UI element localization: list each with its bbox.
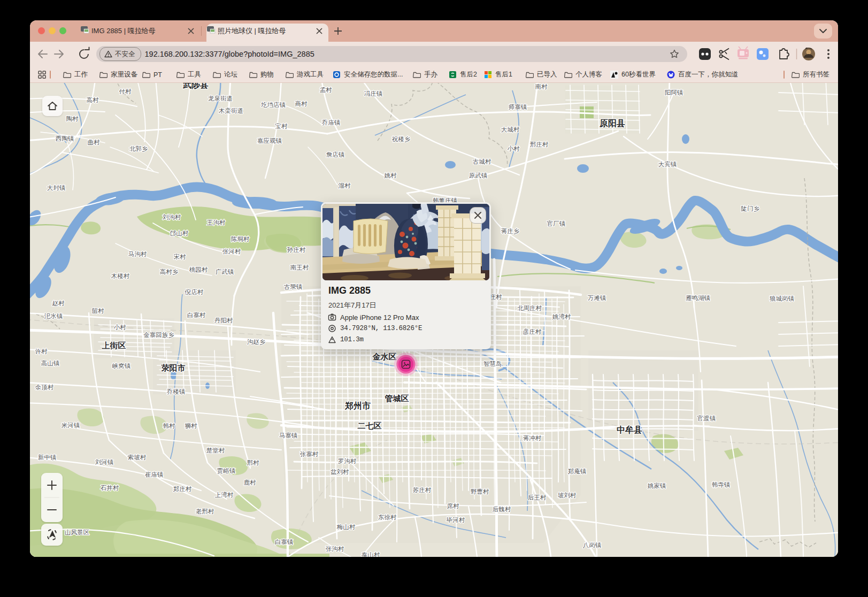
svg-text:桃园村: 桃园村 [189, 266, 208, 273]
svg-text:泰山村: 泰山村 [362, 552, 380, 557]
svg-text:彦庄村: 彦庄村 [523, 328, 542, 335]
svg-text:付村: 付村 [119, 88, 132, 95]
svg-text:罗沟村: 罗沟村 [338, 458, 357, 464]
svg-text:楚堂村: 楚堂村 [206, 447, 225, 454]
svg-text:陡门乡: 陡门乡 [741, 205, 760, 212]
svg-text:孟村: 孟村 [320, 87, 333, 93]
svg-text:盆刘村: 盆刘村 [331, 469, 349, 475]
svg-text:高村乡: 高村乡 [160, 269, 179, 275]
svg-text:坡刘村: 坡刘村 [558, 492, 577, 499]
svg-text:姚家镇: 姚家镇 [648, 483, 666, 489]
svg-text:嘉应观镇: 嘉应观镇 [257, 137, 282, 144]
svg-text:陶村: 陶村 [66, 116, 79, 122]
svg-text:高山镇: 高山镇 [41, 360, 60, 366]
svg-text:狼城岗镇: 狼城岗镇 [770, 295, 795, 302]
svg-text:汜水镇: 汜水镇 [44, 313, 63, 319]
svg-text:八岗镇: 八岗镇 [583, 542, 602, 548]
svg-text:武陟县: 武陟县 [182, 83, 209, 89]
svg-text:后王村: 后王村 [528, 494, 547, 501]
svg-text:上街区: 上街区 [102, 341, 126, 350]
svg-text:刘河镇: 刘河镇 [95, 459, 114, 465]
svg-text:管城区: 管城区 [385, 394, 409, 403]
svg-text:姚村: 姚村 [385, 172, 397, 179]
svg-text:金水区: 金水区 [372, 352, 397, 361]
svg-text:梅山村: 梅山村 [336, 524, 356, 530]
svg-text:高村: 高村 [87, 97, 99, 103]
svg-text:冯庄镇: 冯庄镇 [364, 90, 383, 97]
svg-text:乔庙镇: 乔庙镇 [322, 119, 341, 126]
svg-text:马寨镇: 马寨镇 [279, 432, 298, 439]
svg-text:圪垱店镇: 圪垱店镇 [261, 102, 286, 108]
svg-text:席村: 席村 [447, 503, 460, 509]
svg-text:狮村: 狮村 [185, 423, 198, 429]
svg-text:张寨村: 张寨村 [300, 451, 319, 457]
svg-text:丹阳村: 丹阳村 [214, 317, 233, 324]
svg-text:宋村: 宋村 [174, 254, 187, 260]
svg-text:索坡村: 索坡村 [128, 454, 147, 461]
svg-text:雁鸣湖镇: 雁鸣湖镇 [686, 295, 711, 301]
svg-text:木栾街道: 木栾街道 [218, 107, 243, 114]
svg-text:北郭乡: 北郭乡 [129, 146, 148, 152]
svg-text:二七区: 二七区 [358, 421, 382, 430]
svg-text:贾峪镇: 贾峪镇 [217, 468, 236, 474]
svg-text:官渡镇: 官渡镇 [697, 415, 716, 422]
svg-text:大宾镇: 大宾镇 [658, 161, 677, 167]
svg-text:金寨回族乡: 金寨回族乡 [143, 332, 174, 338]
svg-text:新中镇: 新中镇 [38, 454, 57, 461]
svg-text:鹿村: 鹿村 [244, 479, 257, 486]
svg-text:师寨镇: 师寨镇 [509, 104, 527, 110]
svg-text:许村: 许村 [35, 348, 48, 355]
svg-text:米河镇: 米河镇 [62, 422, 80, 428]
svg-text:曲村: 曲村 [88, 139, 101, 146]
svg-text:蒋冲村: 蒋冲村 [523, 435, 542, 441]
svg-text:苏庄村: 苏庄村 [413, 487, 432, 493]
svg-text:沟赵乡: 沟赵乡 [247, 339, 266, 345]
svg-text:后魏村: 后魏村 [493, 506, 511, 512]
svg-text:倪店村: 倪店村 [185, 289, 204, 295]
svg-text:龙泉街道: 龙泉街道 [208, 95, 233, 102]
svg-text:崔庙镇: 崔庙镇 [145, 471, 164, 478]
svg-text:赵村: 赵村 [52, 300, 65, 307]
svg-text:刘沟村: 刘沟村 [163, 214, 181, 220]
svg-text:大封镇: 大封镇 [47, 185, 66, 191]
svg-text:郑庄村: 郑庄村 [173, 486, 192, 492]
svg-text:北周庄村: 北周庄村 [517, 305, 542, 311]
svg-text:石井村: 石井村 [100, 485, 119, 491]
svg-text:祝楼乡: 祝楼乡 [391, 136, 411, 142]
svg-text:郑庵镇: 郑庵镇 [568, 468, 587, 474]
svg-text:乔楼镇: 乔楼镇 [167, 388, 186, 395]
svg-text:郑州市: 郑州市 [344, 401, 371, 410]
svg-text:张沟村: 张沟村 [326, 546, 344, 552]
svg-text:小村: 小村 [508, 146, 520, 152]
svg-text:上湾村: 上湾村 [215, 492, 234, 498]
svg-text:姚湾村: 姚湾村 [552, 313, 571, 320]
svg-text:溜村: 溜村 [338, 182, 351, 189]
svg-text:峡窝镇: 峡窝镇 [112, 363, 131, 369]
svg-text:南王村: 南王村 [290, 264, 309, 271]
svg-text:宝村: 宝村 [275, 123, 288, 129]
svg-text:孙庄村: 孙庄村 [287, 247, 306, 253]
svg-text:古荥镇: 古荥镇 [284, 284, 303, 290]
svg-text:广武镇: 广武镇 [216, 269, 234, 275]
svg-text:中牟县: 中牟县 [617, 425, 642, 434]
svg-text:毕河村: 毕河村 [446, 517, 465, 523]
svg-text:邢村: 邢村 [247, 460, 260, 466]
svg-text:邙山村: 邙山村 [170, 230, 189, 236]
svg-text:荥阳市: 荥阳市 [161, 363, 186, 372]
svg-text:留村: 留村 [92, 308, 105, 314]
svg-text:万滩镇: 万滩镇 [588, 295, 606, 301]
svg-text:邢庄村: 邢庄村 [530, 141, 549, 148]
svg-text:山风景区: 山风景区 [65, 529, 90, 535]
svg-text:蒋庄乡: 蒋庄乡 [501, 228, 520, 234]
svg-text:白寨镇: 白寨镇 [275, 539, 294, 545]
svg-text:马沟村: 马沟村 [128, 251, 147, 257]
svg-text:南村: 南村 [535, 83, 548, 90]
svg-text:白寨村: 白寨村 [187, 312, 206, 318]
svg-text:詹店镇: 詹店镇 [326, 151, 345, 158]
svg-text:古城村: 古城村 [473, 158, 491, 165]
svg-text:商村: 商村 [295, 101, 308, 107]
svg-text:东徐村: 东徐村 [378, 514, 397, 521]
svg-text:智慧岛: 智慧岛 [483, 361, 502, 367]
svg-text:张河村: 张河村 [222, 248, 241, 255]
svg-text:西陶镇: 西陶镇 [56, 135, 74, 142]
